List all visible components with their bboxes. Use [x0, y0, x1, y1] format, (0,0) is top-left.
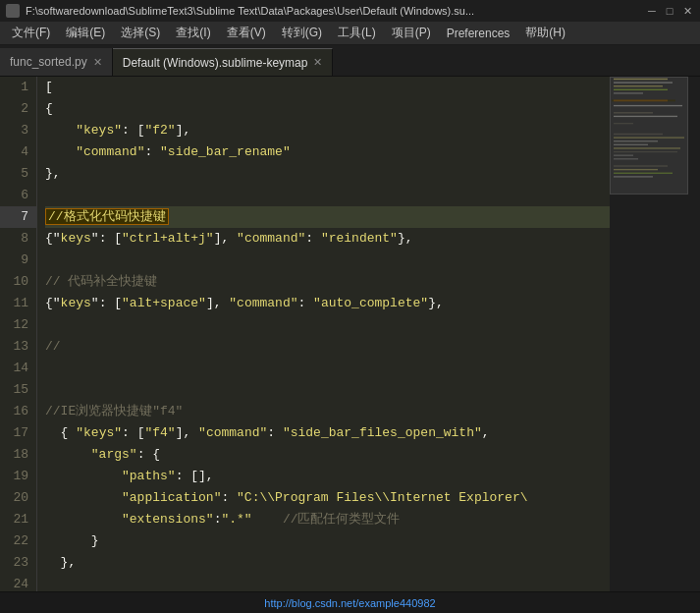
svg-rect-28	[614, 176, 653, 177]
svg-rect-20	[614, 147, 680, 148]
tab-label: func_sorted.py	[10, 55, 87, 69]
line-num-1: 1	[0, 77, 36, 98]
title-bar: F:\softwaredownload\SublimeText3\Sublime…	[0, 0, 700, 22]
tab-default-windows[interactable]: Default (Windows).sublime-keymap ✕	[113, 48, 334, 76]
svg-rect-23	[614, 158, 638, 159]
line-num-10: 10	[0, 271, 36, 293]
line-numbers: 1 2 3 4 5 6 7 8 9 10 11 12 13 14 15 16 1…	[0, 77, 37, 591]
line-num-13: 13	[0, 336, 36, 358]
svg-rect-16	[614, 134, 663, 135]
close-button[interactable]: ✕	[680, 4, 694, 18]
code-editor[interactable]: [ { "keys": ["f2"], "command": "side_bar…	[37, 77, 610, 591]
svg-rect-2	[614, 85, 663, 86]
tab-func-sorted[interactable]: func_sorted.py ✕	[0, 48, 113, 76]
code-line-2: {	[45, 98, 610, 120]
line-num-14: 14	[0, 358, 36, 379]
menu-preferences[interactable]: Preferences	[439, 25, 518, 42]
code-line-13: //	[45, 336, 610, 358]
line-num-24: 24	[0, 574, 36, 591]
line-num-9: 9	[0, 250, 36, 271]
title-bar-controls: ─ □ ✕	[645, 4, 694, 18]
code-line-4: "command": "side_bar_rename"	[45, 141, 610, 163]
svg-rect-1	[614, 82, 673, 83]
code-line-18: "args": {	[45, 444, 610, 466]
minimap-svg	[610, 77, 688, 591]
menu-help[interactable]: 帮助(H)	[517, 23, 573, 43]
svg-rect-8	[614, 105, 682, 106]
line-num-2: 2	[0, 98, 36, 120]
menu-project[interactable]: 项目(P)	[384, 23, 439, 43]
svg-rect-4	[614, 92, 643, 93]
code-line-3: "keys": ["f2"],	[45, 120, 610, 141]
tab-close-icon[interactable]: ✕	[313, 57, 322, 68]
svg-rect-21	[614, 151, 677, 152]
code-line-22: }	[45, 530, 610, 552]
svg-rect-13	[614, 123, 633, 124]
code-line-7: //格式化代码快捷键	[45, 206, 610, 228]
code-line-9	[45, 250, 610, 271]
line-num-4: 4	[0, 141, 36, 163]
svg-rect-26	[614, 169, 658, 170]
menu-view[interactable]: 查看(V)	[219, 23, 274, 43]
title-bar-left: F:\softwaredownload\SublimeText3\Sublime…	[6, 4, 474, 18]
svg-rect-3	[614, 89, 668, 90]
tab-close-icon[interactable]: ✕	[93, 57, 102, 68]
code-line-6	[45, 185, 610, 206]
editor-area: 1 2 3 4 5 6 7 8 9 10 11 12 13 14 15 16 1…	[0, 77, 700, 591]
menu-edit[interactable]: 编辑(E)	[58, 23, 113, 43]
menu-goto[interactable]: 转到(G)	[274, 23, 330, 43]
menu-bar: 文件(F) 编辑(E) 选择(S) 查找(I) 查看(V) 转到(G) 工具(L…	[0, 22, 700, 45]
svg-rect-7	[614, 99, 668, 101]
code-line-21: "extensions":".*" //匹配任何类型文件	[45, 509, 610, 530]
svg-rect-10	[614, 112, 653, 113]
line-num-19: 19	[0, 466, 36, 487]
scrollbar[interactable]	[688, 77, 700, 591]
svg-rect-11	[614, 116, 677, 117]
code-line-20: "application": "C:\\Program Files\\Inter…	[45, 487, 610, 509]
line-num-15: 15	[0, 379, 36, 401]
line-num-3: 3	[0, 120, 36, 141]
tab-label: Default (Windows).sublime-keymap	[123, 56, 308, 70]
line-num-7: 7	[0, 206, 36, 228]
line-num-18: 18	[0, 444, 36, 466]
code-line-17: { "keys": ["f4"], "command": "side_bar_f…	[45, 422, 610, 444]
code-line-12	[45, 314, 610, 336]
code-line-14	[45, 358, 610, 379]
menu-find[interactable]: 查找(I)	[168, 23, 218, 43]
svg-rect-18	[614, 140, 658, 141]
title-bar-text: F:\softwaredownload\SublimeText3\Sublime…	[26, 5, 474, 17]
line-num-23: 23	[0, 552, 36, 574]
code-line-19: "paths": [],	[45, 466, 610, 487]
menu-file[interactable]: 文件(F)	[4, 23, 58, 43]
minimize-button[interactable]: ─	[645, 4, 659, 18]
svg-rect-25	[614, 165, 668, 166]
menu-tools[interactable]: 工具(L)	[330, 23, 384, 43]
line-num-5: 5	[0, 163, 36, 185]
line-num-8: 8	[0, 228, 36, 250]
code-line-23: },	[45, 552, 610, 574]
svg-rect-0	[614, 79, 668, 80]
line-num-16: 16	[0, 401, 36, 422]
line-num-20: 20	[0, 487, 36, 509]
maximize-button[interactable]: □	[663, 4, 676, 18]
minimap[interactable]	[610, 77, 688, 591]
app-icon	[6, 4, 20, 18]
svg-rect-22	[614, 155, 633, 156]
code-line-11: {"keys": ["alt+space"], "command": "auto…	[45, 293, 610, 314]
code-line-8: {"keys": ["ctrl+alt+j"], "command": "rei…	[45, 228, 610, 250]
svg-rect-27	[614, 173, 673, 174]
status-bar: http://blog.csdn.net/example440982	[0, 591, 700, 613]
tab-bar: func_sorted.py ✕ Default (Windows).subli…	[0, 45, 700, 77]
line-num-22: 22	[0, 530, 36, 552]
code-line-1: [	[45, 77, 610, 98]
line-num-17: 17	[0, 422, 36, 444]
code-line-15	[45, 379, 610, 401]
line-num-11: 11	[0, 293, 36, 314]
code-line-24	[45, 574, 610, 591]
menu-select[interactable]: 选择(S)	[113, 23, 168, 43]
svg-rect-19	[614, 144, 648, 145]
code-line-16: //IE浏览器快捷键"f4"	[45, 401, 610, 422]
status-url-link[interactable]: http://blog.csdn.net/example440982	[264, 597, 435, 609]
code-line-10: // 代码补全快捷键	[45, 271, 610, 293]
line-num-6: 6	[0, 185, 36, 206]
